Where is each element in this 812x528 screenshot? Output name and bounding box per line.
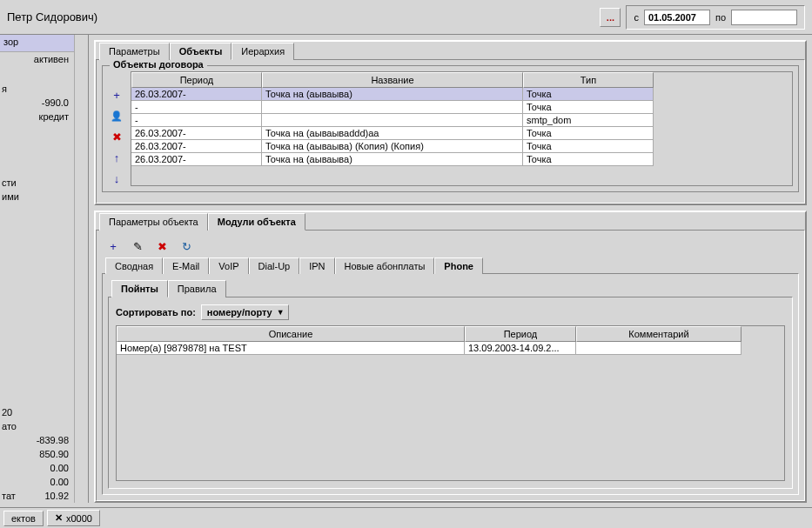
list-item: 20	[0, 405, 74, 419]
module-tab-summary[interactable]: Сводная	[105, 257, 163, 274]
table-row[interactable]: -Точка	[131, 101, 792, 114]
bottom-tab-2[interactable]: ✕ x0000	[47, 510, 100, 526]
number-value: 0.00	[0, 461, 74, 475]
list-item: -990.0	[0, 96, 74, 110]
down-arrow-icon[interactable]: ↓	[108, 170, 125, 186]
contract-objects-fieldset: Объекты договора + 👤 ✖ ↑ ↓ Период	[102, 65, 799, 192]
table-row[interactable]: -smtp_dom	[131, 114, 792, 127]
list-item: активен	[0, 52, 74, 66]
date-to-input[interactable]	[731, 10, 797, 25]
title-bar: Петр Сидорович) ... с 01.05.2007 по	[0, 0, 812, 35]
bottom-tab-1[interactable]: ектов	[3, 511, 44, 526]
tab-objects[interactable]: Объекты	[170, 43, 232, 60]
list-item: кредит	[0, 110, 74, 124]
tab-object-params[interactable]: Параметры объекта	[99, 213, 208, 231]
col-header-desc[interactable]: Описание	[117, 326, 465, 342]
bottom-bar: ектов ✕ x0000	[0, 507, 812, 528]
date-from-input[interactable]: 01.05.2007	[644, 10, 710, 25]
number-value: 0.00	[0, 475, 74, 489]
person-icon[interactable]: 👤	[108, 108, 125, 124]
points-table[interactable]: Описание Период Комментарий Номер(а) [98…	[116, 325, 785, 481]
sort-label: Сортировать по:	[116, 307, 196, 317]
add-icon[interactable]: +	[108, 87, 125, 103]
sidebar-scrollbar[interactable]	[74, 35, 88, 503]
table-row[interactable]: 26.03.2007-Точка на (аываыва) (Копия) (К…	[131, 140, 792, 153]
module-tab-dialup[interactable]: Dial-Up	[249, 257, 300, 274]
col-header-name[interactable]: Название	[262, 72, 523, 88]
object-details-panel: Параметры объекта Модули объекта + ✎ ✖ ↻…	[94, 211, 807, 503]
date-range-group: с 01.05.2007 по	[626, 5, 805, 30]
table-row[interactable]: 26.03.2007-Точка на (аываыва)Точка	[131, 153, 792, 166]
up-arrow-icon[interactable]: ↑	[108, 150, 125, 165]
delete-icon[interactable]: ✖	[108, 129, 125, 144]
add-icon[interactable]: +	[105, 239, 121, 253]
stat-label: тат	[2, 491, 16, 501]
module-tab-ipn[interactable]: IPN	[299, 257, 334, 274]
list-item: я	[0, 82, 74, 96]
ellipsis-button[interactable]: ...	[600, 8, 621, 27]
number-value: 850.90	[0, 447, 74, 461]
module-toolbar: + ✎ ✖ ↻	[102, 236, 799, 257]
table-row[interactable]: 26.03.2007-Точка на (аываыва)Точка	[131, 88, 792, 101]
col-header-period[interactable]: Период	[465, 326, 576, 342]
objects-toolbar: + 👤 ✖ ↑ ↓	[108, 71, 127, 186]
stat-value: 10.92	[44, 491, 69, 501]
left-sidebar: зор активен я -990.0 кредит сти ими 20 а…	[0, 35, 89, 503]
subtab-rules[interactable]: Правила	[168, 280, 226, 297]
list-item: ими	[0, 190, 74, 204]
tab-object-modules[interactable]: Модули объекта	[208, 213, 305, 231]
tab-hierarchy[interactable]: Иерархия	[232, 43, 294, 60]
subtab-points[interactable]: Пойнты	[111, 280, 168, 297]
number-value: -839.98	[0, 433, 74, 447]
sort-combo[interactable]: номеру/порту	[201, 304, 289, 320]
module-tab-phone[interactable]: Phone	[434, 257, 483, 274]
list-item: сти	[0, 176, 74, 190]
module-tab-voip[interactable]: VoIP	[209, 257, 248, 274]
date-from-label: с	[634, 12, 639, 23]
sidebar-selected-row[interactable]: зор	[0, 35, 74, 52]
window-title: Петр Сидорович)	[7, 10, 97, 23]
module-tab-email[interactable]: E-Mail	[163, 257, 209, 274]
date-to-label: по	[715, 12, 726, 23]
bottom-tab-label: x0000	[66, 513, 92, 524]
module-tab-newfees[interactable]: Новые абонплаты	[335, 257, 435, 274]
fieldset-legend: Объекты договора	[110, 59, 207, 70]
col-header-period[interactable]: Период	[131, 72, 262, 88]
table-row[interactable]: 26.03.2007-Точка на (аываываddd)aaТочка	[131, 127, 792, 140]
refresh-icon[interactable]: ↻	[178, 239, 194, 253]
col-header-comment[interactable]: Комментарий	[576, 326, 742, 342]
table-row[interactable]: Номер(а) [9879878] на TEST13.09.2003-14.…	[117, 342, 784, 355]
delete-icon[interactable]: ✖	[154, 239, 170, 253]
objects-panel: Параметры Объекты Иерархия Объекты догов…	[94, 40, 807, 205]
tab-parameters[interactable]: Параметры	[99, 43, 170, 60]
objects-table[interactable]: Период Название Тип 26.03.2007-Точка на …	[131, 71, 793, 186]
col-header-type[interactable]: Тип	[523, 72, 654, 88]
close-icon[interactable]: ✕	[55, 512, 63, 524]
list-item: ато	[0, 419, 74, 433]
edit-icon[interactable]: ✎	[130, 239, 145, 253]
